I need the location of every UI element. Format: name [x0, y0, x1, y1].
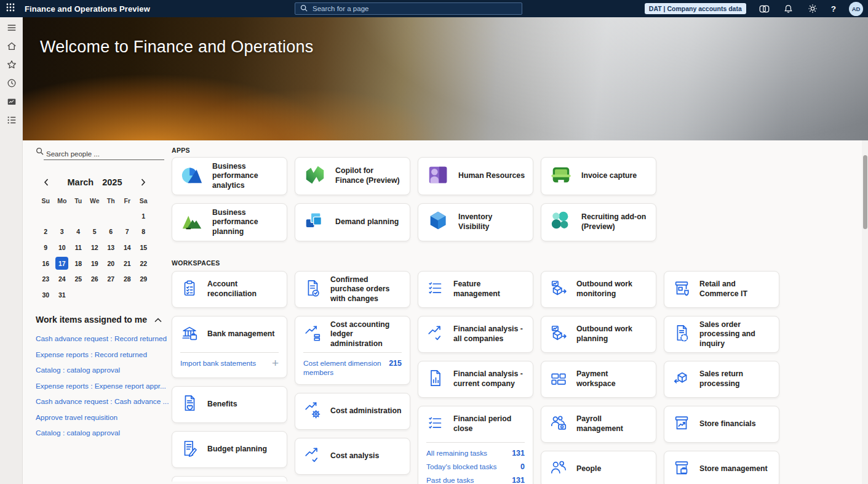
calendar-day[interactable]: 23 — [38, 271, 54, 287]
app-tile-demand-planning[interactable]: Demand planning — [295, 203, 410, 241]
calendar-day[interactable]: 8 — [135, 224, 152, 240]
calendar-day[interactable]: 13 — [103, 240, 119, 256]
page-search-box[interactable] — [295, 2, 522, 15]
tile-count[interactable]: 131 — [512, 449, 525, 458]
vertical-scrollbar-track[interactable] — [862, 140, 868, 484]
calendar-day-selected[interactable]: 17 — [54, 256, 71, 272]
work-item-link[interactable]: Cash advance request : Cash advance ... — [36, 397, 169, 406]
app-launcher-button[interactable] — [0, 0, 21, 17]
gear-icon[interactable] — [807, 3, 818, 14]
people-search-input[interactable] — [44, 149, 164, 160]
tile-link[interactable]: Past due tasks — [426, 476, 474, 484]
calendar-day[interactable]: 9 — [38, 240, 54, 256]
work-item-link[interactable]: Approve travel requisition — [36, 413, 117, 422]
calendar-day[interactable]: 25 — [70, 271, 87, 287]
nav-favorites-button[interactable] — [0, 57, 23, 75]
app-tile-copilot-for-finance-preview[interactable]: Copilot for Finance (Preview) — [295, 157, 410, 195]
nav-modules-button[interactable] — [0, 112, 23, 131]
tile-link[interactable]: Today's blocked tasks — [426, 462, 496, 472]
calendar-day[interactable]: 30 — [38, 287, 54, 303]
calendar-day[interactable]: 14 — [119, 240, 136, 256]
workspace-tile-budget-planning[interactable]: Budget planning — [172, 431, 287, 468]
calendar-day[interactable]: 21 — [119, 256, 136, 272]
vertical-scrollbar-thumb[interactable] — [863, 155, 867, 229]
app-tile-inventory-visibility[interactable]: Inventory Visibility — [418, 203, 533, 241]
calendar-day[interactable]: 20 — [103, 256, 119, 272]
tile-count[interactable]: 131 — [512, 476, 525, 484]
people-search-box[interactable] — [36, 147, 164, 160]
app-tile-recruiting-add-on-preview[interactable]: Recruiting add-on (Preview) — [541, 203, 656, 241]
calendar-day[interactable]: 1 — [135, 208, 152, 224]
tile-count[interactable]: 215 — [389, 359, 402, 368]
workspace-tile-cost-analysis[interactable]: Cost analysis — [295, 438, 410, 475]
calendar-day[interactable]: 28 — [119, 271, 136, 287]
workspace-tile-store-financials[interactable]: Store financials — [664, 406, 779, 443]
calendar-day[interactable]: 4 — [70, 224, 87, 240]
app-tile-human-resources[interactable]: Human Resources — [418, 157, 533, 195]
work-item-link[interactable]: Expense reports : Expense report appr... — [36, 382, 166, 390]
workspace-tile-confirmed-purchase-orders-with-changes[interactable]: Confirmed purchase orders with changes — [295, 271, 410, 308]
calendar-day[interactable]: 22 — [135, 256, 152, 272]
workspace-tile-retail-and-commerce-it[interactable]: Retail and Commerce IT — [664, 271, 779, 308]
tile-count[interactable]: 0 — [520, 462, 525, 471]
workspace-tile-cost-administration[interactable]: Cost administration — [295, 393, 410, 430]
calendar-prev-icon[interactable] — [41, 177, 51, 187]
workspace-tile-bank-management[interactable]: Bank managementImport bank statements+ — [172, 316, 287, 378]
workspace-tile-financial-analysis-all-companies[interactable]: Financial analysis - all companies — [418, 316, 533, 353]
nav-menu-button[interactable] — [0, 20, 23, 38]
bell-icon[interactable] — [783, 3, 794, 14]
workspace-tile-feature-management[interactable]: Feature management — [418, 271, 533, 308]
nav-home-button[interactable] — [0, 38, 23, 57]
workspace-tile-sales-order-processing-and-inquiry[interactable]: Sales order processing and inquiry — [664, 316, 779, 353]
calendar-day[interactable]: 26 — [87, 271, 103, 287]
workspace-tile-financial-period-close[interactable]: Financial period closeAll remaining task… — [418, 406, 533, 484]
environment-badge[interactable]: DAT | Company accounts data — [645, 3, 746, 14]
avatar[interactable]: AD — [849, 2, 863, 16]
calendar-day[interactable]: 24 — [54, 271, 71, 287]
workspace-tile-financial-analysis-current-company[interactable]: Financial analysis - current company — [418, 361, 533, 398]
app-tile-invoice-capture[interactable]: Invoice capture — [541, 157, 656, 195]
calendar-day[interactable]: 27 — [103, 271, 119, 287]
work-item-link[interactable]: Cash advance request : Record returned — [36, 334, 167, 343]
chevron-up-icon[interactable] — [154, 314, 162, 325]
workspace-tile-partial[interactable] — [172, 476, 287, 482]
workspace-tile-sales-return-processing[interactable]: Sales return processing — [664, 361, 779, 398]
tile-link[interactable]: All remaining tasks — [426, 449, 487, 458]
work-item-link[interactable]: Catalog : catalog approval — [36, 366, 120, 374]
calendar-day[interactable]: 12 — [87, 240, 103, 256]
calendar-day[interactable]: 6 — [103, 224, 119, 240]
work-item-link[interactable]: Expense reports : Record returned — [36, 350, 147, 359]
app-tile-business-performance-analytics[interactable]: Business performance analytics — [172, 157, 287, 195]
tile-link[interactable]: Import bank statements — [180, 359, 256, 368]
add-icon[interactable]: + — [272, 359, 279, 368]
calendar-day[interactable]: 16 — [38, 256, 54, 272]
calendar-day[interactable]: 11 — [70, 240, 87, 256]
nav-workspaces-button[interactable] — [0, 94, 23, 112]
calendar-day[interactable]: 19 — [87, 256, 103, 272]
workspace-tile-outbound-work-planning[interactable]: Outbound work planning — [541, 316, 656, 353]
app-tile-business-performance-planning[interactable]: Business performance planning — [172, 203, 287, 241]
workspace-tile-store-management[interactable]: Store management — [664, 451, 779, 484]
tile-link[interactable]: Cost element dimension members — [303, 359, 384, 377]
workspace-tile-outbound-work-monitoring[interactable]: Outbound work monitoring — [541, 271, 656, 308]
copilot-icon[interactable] — [759, 3, 770, 14]
workspace-tile-people[interactable]: People — [541, 451, 656, 484]
calendar-day[interactable]: 5 — [87, 224, 103, 240]
workspace-tile-cost-accounting-ledger-administration[interactable]: Cost accounting ledger administrationCos… — [295, 316, 410, 385]
calendar-day[interactable]: 29 — [135, 271, 152, 287]
page-search-input[interactable] — [311, 4, 498, 13]
calendar-day[interactable]: 31 — [54, 287, 71, 303]
calendar-day[interactable]: 2 — [38, 224, 54, 240]
nav-recent-button[interactable] — [0, 75, 23, 94]
calendar-day[interactable]: 15 — [135, 240, 152, 256]
calendar-day[interactable]: 7 — [119, 224, 136, 240]
workspace-tile-account-reconciliation[interactable]: Account reconciliation — [172, 271, 287, 308]
workspace-tile-payroll-management[interactable]: Payroll management — [541, 406, 656, 443]
calendar-next-icon[interactable] — [138, 177, 148, 187]
calendar-day[interactable]: 10 — [54, 240, 71, 256]
workspace-tile-benefits[interactable]: Benefits — [172, 386, 287, 423]
workspace-tile-payment-workspace[interactable]: Payment workspace — [541, 361, 656, 398]
help-icon[interactable]: ? — [831, 4, 836, 14]
work-item-link[interactable]: Catalog : catalog approval — [36, 429, 120, 437]
calendar-day[interactable]: 3 — [54, 224, 71, 240]
